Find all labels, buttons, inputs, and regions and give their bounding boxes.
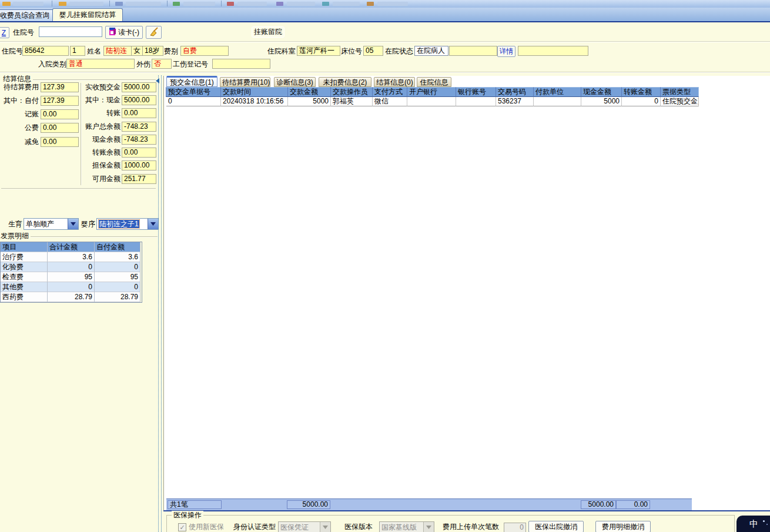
gender-field[interactable]: 女 [131, 46, 143, 56]
settlement-value-field[interactable]: 0.00 [41, 137, 79, 147]
detail-button[interactable]: 详情 [497, 46, 515, 57]
invoice-item-self: 0 [95, 262, 140, 272]
grid-col-header[interactable]: 交款时间 [220, 87, 288, 97]
tab-settlement-info[interactable]: 结算信息(0) [374, 77, 415, 87]
grid-col-header[interactable]: 支付方式 [372, 87, 407, 97]
admit-times-field[interactable]: 1 [70, 46, 85, 56]
admission-type-field[interactable]: 普通 [66, 59, 135, 69]
z-shortcut-button[interactable]: Z [0, 27, 9, 38]
settlement-label: 其中：现金 [82, 95, 120, 105]
grid-col-header[interactable]: 开户银行 [407, 87, 456, 97]
invoice-row[interactable]: 其他费 0 0 [1, 282, 142, 292]
settlement-value-field[interactable]: 127.39 [41, 96, 79, 106]
dept-field[interactable]: 莲河产科一 [297, 46, 340, 56]
clear-button[interactable] [146, 26, 162, 39]
invoice-table-header: 项目 合计金额 自付金额 [1, 242, 142, 252]
name-field[interactable]: 陆初连 [103, 46, 132, 56]
tab-admission-info[interactable]: 住院信息 [417, 77, 451, 87]
birth-type-combo[interactable]: 单胎顺产 [24, 218, 79, 230]
upload-batch-input[interactable]: 0 [504, 523, 526, 532]
grid-col-header[interactable]: 交易号码 [496, 87, 534, 97]
grid-col-header[interactable]: 预交金单据号 [166, 87, 221, 97]
invoice-row[interactable]: 检查费 95 95 [1, 272, 142, 282]
upload-batch-label: 费用上传单次笔数 [443, 522, 499, 532]
baby-order-combo[interactable]: 陆初连之子1 [96, 218, 159, 230]
inpatient-no-search-input[interactable] [39, 26, 102, 37]
chevron-down-icon[interactable] [148, 219, 158, 229]
toolbar-fragment-icon [173, 2, 180, 6]
age-field[interactable]: 18岁 [142, 46, 163, 56]
settlement-value-field[interactable]: 0.00 [122, 108, 156, 118]
settlement-divider [81, 83, 82, 185]
settlement-value-field[interactable]: 1000.00 [122, 160, 156, 170]
panel-splitter[interactable] [158, 75, 162, 532]
use-new-insurance-checkbox[interactable]: ✓ [178, 523, 186, 531]
grid-col-header[interactable]: 交款操作员 [330, 87, 373, 97]
invoice-row[interactable]: 化验费 0 0 [1, 262, 142, 272]
card-reader-icon [109, 27, 116, 38]
window-tabbar: 收费员综合查询 婴儿挂账留院结算 [0, 8, 770, 22]
detail-extra-field[interactable] [518, 46, 588, 56]
insurance-group-title: 医保操作 [172, 511, 203, 519]
injury-field[interactable]: 否 [152, 59, 172, 69]
invoice-item-self: 0 [95, 282, 140, 292]
birth-type-value: 单胎顺产 [24, 219, 68, 229]
invoice-item-self: 28.79 [95, 292, 140, 302]
grid-col-header[interactable]: 票据类型 [660, 87, 699, 97]
inpatient-no-field[interactable]: 85642 [22, 46, 69, 56]
invoice-item-total: 95 [48, 272, 95, 282]
settlement-label: 公费 [0, 123, 39, 133]
toolbar-fragment-icon [2, 2, 11, 6]
settlement-label: 其中：自付 [0, 96, 39, 106]
status-field[interactable]: 在院病人 [414, 46, 448, 56]
settlement-value-field[interactable]: 251.77 [122, 174, 156, 184]
tab-cashier-query[interactable]: 收费员综合查询 [0, 9, 56, 21]
status-extra-field[interactable] [449, 46, 497, 56]
settlement-label: 待结算费用 [0, 82, 39, 92]
toolbar-separator [52, 1, 52, 6]
fee-type-field[interactable]: 自费 [180, 46, 229, 56]
settlement-value-field[interactable]: 5000.00 [122, 82, 156, 92]
grid-cell: 郭福英 [331, 97, 373, 106]
settlement-value-field[interactable]: 0.00 [122, 148, 156, 158]
grid-summary-bar: 共1笔 5000.00 5000.00 0.00 [166, 498, 692, 510]
invoice-col-header[interactable]: 自付金额 [95, 242, 140, 252]
top-toolbar [0, 0, 770, 8]
invoice-table: 项目 合计金额 自付金额 治疗费 3.6 3.6 化验费 0 0 检查费 95 … [0, 242, 142, 303]
insurance-version-combo[interactable]: 国家基线版 [379, 521, 434, 532]
settlement-value-field[interactable]: 127.39 [41, 82, 79, 92]
insurance-discharge-cancel-button[interactable]: 医保出院撤消 [528, 521, 584, 532]
invoice-row[interactable]: 西药费 28.79 28.79 [1, 292, 142, 302]
tab-undeducted-info[interactable]: 未扣费信息(2) [319, 77, 371, 87]
fee-type-label: 费别 [164, 46, 178, 56]
grid-col-header[interactable]: 现金金额 [581, 87, 622, 97]
ime-indicator[interactable]: 中 [736, 516, 770, 532]
settlement-value-field[interactable]: 0.00 [41, 109, 79, 119]
invoice-row[interactable]: 治疗费 3.6 3.6 [1, 252, 142, 262]
settlement-value-field[interactable]: -748.23 [122, 122, 156, 132]
baby-order-value: 陆初连之子1 [99, 220, 139, 228]
settlement-value-field[interactable]: 0.00 [41, 123, 79, 133]
grid-data-row[interactable]: 0 20240318 10:16:56 5000 郭福英 微信 536237 5… [166, 97, 692, 106]
settlement-value-field[interactable]: -748.23 [122, 135, 156, 145]
tab-pending-fees[interactable]: 待结算费用(10) [220, 77, 270, 87]
grid-col-header[interactable]: 交款金额 [287, 87, 331, 97]
grid-col-header[interactable]: 转账金额 [621, 87, 661, 97]
tab-diagnosis-info[interactable]: 诊断信息(3) [274, 77, 316, 87]
chevron-down-icon[interactable] [68, 219, 78, 229]
injury-no-field[interactable] [212, 59, 270, 69]
grid-col-header[interactable]: 付款单位 [533, 87, 581, 97]
detail-button-label: 详情 [500, 46, 514, 56]
tab-infant-settlement[interactable]: 婴儿挂账留院结算 [52, 8, 123, 21]
splitter-collapse-icon[interactable] [156, 77, 159, 85]
invoice-col-header[interactable]: 项目 [1, 242, 48, 252]
invoice-item-name: 化验费 [1, 262, 48, 272]
bed-no-field[interactable]: 05 [363, 46, 383, 56]
tab-prepayment-info[interactable]: 预交金信息(1) [166, 76, 217, 87]
invoice-col-header[interactable]: 合计金额 [48, 242, 95, 252]
grid-col-header[interactable]: 银行账号 [456, 87, 496, 97]
fee-detail-cancel-button[interactable]: 费用明细撤消 [595, 521, 651, 532]
auth-type-combo[interactable]: 医保凭证 [278, 521, 331, 532]
read-card-button[interactable]: 读卡(-) [105, 26, 143, 39]
settlement-value-field[interactable]: 5000.00 [122, 95, 156, 105]
